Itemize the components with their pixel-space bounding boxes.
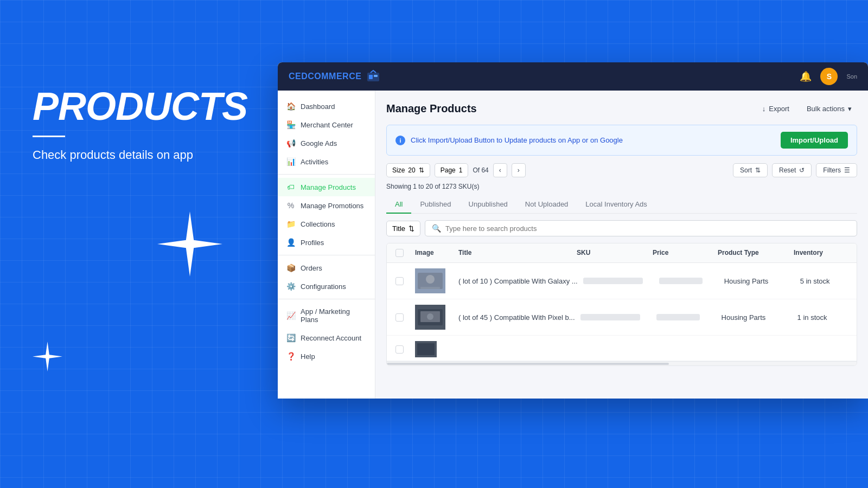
sidebar-label-app-marketing-plans: App / Marketing Plans [301,307,366,324]
row2-checkbox-cell [395,313,415,322]
row2-sku [580,314,640,320]
import-upload-button[interactable]: Import/Upload [781,132,848,149]
size-select[interactable]: Size 20 ⇅ [386,163,430,177]
export-label: Export [769,105,789,113]
row2-sku-cell [580,314,656,320]
sidebar-label-collections: Collections [301,220,335,228]
tab-unpublished[interactable]: Unpublished [460,196,516,214]
bulk-actions-button[interactable]: Bulk actions ▾ [801,101,857,116]
page-title: Manage Products [386,102,477,115]
store-icon: 🏪 [286,120,295,129]
size-value: 20 [408,166,415,174]
search-input-wrap: 🔍 [425,220,857,236]
tab-all[interactable]: All [386,196,411,214]
sidebar-item-activities[interactable]: 📊 Activities [278,152,375,171]
sidebar-divider-3 [278,299,375,299]
table-row: ( lot of 10 ) Compatible With Galaxy ...… [387,263,857,299]
row1-sku-cell [583,278,659,284]
tab-published[interactable]: Published [411,196,459,214]
sidebar-item-dashboard[interactable]: 🏠 Dashboard [278,97,375,115]
row3-image-cell [415,341,458,357]
row1-price-cell [659,278,724,284]
page-next-button[interactable]: › [512,163,526,177]
svg-rect-14 [417,343,435,355]
sidebar-item-reconnect-account[interactable]: 🔄 Reconnect Account [278,329,375,347]
sort-label: Sort [740,166,752,174]
sidebar-label-reconnect-account: Reconnect Account [301,334,361,342]
percent-icon: % [286,201,295,210]
sidebar-item-profiles[interactable]: 👤 Profiles [278,233,375,252]
app-body: 🏠 Dashboard 🏪 Merchant Center 📢 Google A… [278,91,868,399]
logo-text: CEDCOMMERCE [289,72,361,81]
row2-image-cell [415,305,458,330]
sidebar-label-dashboard: Dashboard [301,102,335,111]
search-input[interactable] [445,224,850,233]
col-sku: SKU [577,249,653,257]
col-title: Title [458,249,577,257]
row1-title-cell: ( lot of 10 ) Compatible With Galaxy ... [458,277,583,285]
megaphone-icon: 📢 [286,139,295,147]
tab-local-inventory-ads[interactable]: Local Inventory Ads [577,196,655,214]
logo-icon [366,69,381,84]
table-row [387,336,857,361]
title-filter-label: Title [392,224,405,233]
select-all-checkbox[interactable] [395,249,404,257]
bell-icon[interactable]: 🔔 [800,70,812,82]
table-header: Image Title SKU Price Product Type Inven… [387,243,857,263]
row3-checkbox[interactable] [395,345,404,354]
top-bar: CEDCOMMERCE 🔔 S Son [278,62,868,91]
sidebar-item-help[interactable]: ❓ Help [278,347,375,365]
page-hero-title: PRODUCTS [33,87,247,126]
avatar: S [820,68,838,85]
export-button[interactable]: ↓ Export [757,101,795,116]
svg-marker-0 [157,211,222,277]
size-label: Size [392,166,405,174]
row1-checkbox[interactable] [395,277,404,285]
page-label: Page [441,166,456,174]
sidebar-item-orders[interactable]: 📦 Orders [278,259,375,277]
sidebar-label-profiles: Profiles [301,239,324,247]
svg-rect-8 [420,287,440,289]
scroll-thumb [387,363,669,365]
sidebar-item-google-ads[interactable]: 📢 Google Ads [278,134,375,152]
sidebar-item-manage-promotions[interactable]: % Manage Promotions [278,196,375,215]
filters-button[interactable]: Filters ☰ [816,163,857,177]
title-filter-select[interactable]: Title ⇅ [386,221,420,236]
activity-icon: 📊 [286,157,295,166]
main-content: Manage Products ↓ Export Bulk actions ▾ … [375,91,868,399]
sidebar-item-manage-products[interactable]: 🏷 Manage Products [278,178,375,196]
sidebar-divider-2 [278,255,375,255]
sidebar-item-configurations[interactable]: ⚙️ Configurations [278,277,375,296]
house-icon: 🏠 [286,102,295,111]
download-icon: ↓ [762,105,766,113]
reset-button[interactable]: Reset ↺ [772,163,812,177]
tab-not-uploaded[interactable]: Not Uploaded [516,196,577,214]
row1-sku [583,278,643,284]
sort-button[interactable]: Sort ⇅ [733,163,768,177]
sidebar-label-help: Help [301,352,315,361]
page-control: Page 1 [435,163,469,177]
chart-icon: 📈 [286,311,295,320]
sidebar-item-collections[interactable]: 📁 Collections [278,215,375,233]
reset-label: Reset [779,166,796,174]
row3-checkbox-cell [395,345,415,354]
header-actions: ↓ Export Bulk actions ▾ [757,101,857,116]
sidebar-label-manage-products: Manage Products [301,183,356,191]
row2-checkbox[interactable] [395,313,404,322]
sidebar-label-orders: Orders [301,264,322,272]
info-banner: i Click Import/Upload Button to Update p… [386,125,857,156]
filters-label: Filters [823,166,841,174]
row2-title-cell: ( lot of 45 ) Compatible With Pixel b... [458,313,580,322]
svg-rect-4 [374,75,378,77]
row1-product-type-cell: Housing Parts [724,277,800,285]
row1-image-cell [415,268,458,293]
page-prev-button[interactable]: ‹ [493,163,507,177]
top-bar-right: 🔔 S Son [800,68,857,85]
col-checkbox [395,249,415,257]
sidebar-item-merchant-center[interactable]: 🏪 Merchant Center [278,115,375,134]
decorative-star-small [33,342,62,371]
tabs: All Published Unpublished Not Uploaded L… [386,196,857,214]
sidebar-item-app-marketing-plans[interactable]: 📈 App / Marketing Plans [278,303,375,329]
hero-subtitle: Check products details on app [33,147,206,164]
sidebar-label-configurations: Configurations [301,282,346,291]
